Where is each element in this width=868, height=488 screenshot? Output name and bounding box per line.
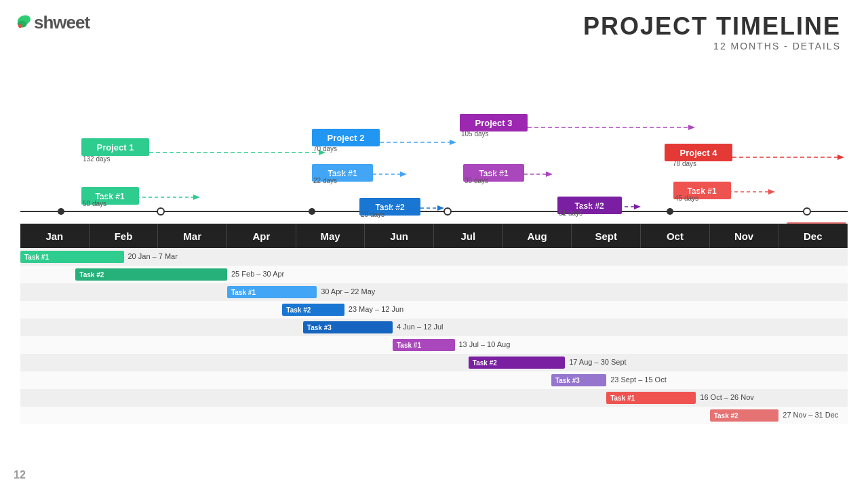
svg-marker-34 xyxy=(400,171,407,177)
date-range-label: 13 Jul – 10 Aug xyxy=(459,340,511,348)
svg-point-2 xyxy=(18,24,22,28)
svg-text:22 days: 22 days xyxy=(313,177,337,184)
header: shweet Project Timeline 12 Months - Deta… xyxy=(0,0,868,52)
table-row: Task #116 Oct – 26 Nov xyxy=(20,389,848,407)
svg-text:132 days: 132 days xyxy=(83,155,111,163)
month-header-jun: Jun xyxy=(365,224,434,248)
gantt-table-container: Task #120 Jan – 7 MarTask #225 Feb – 30 … xyxy=(20,248,848,424)
svg-point-5 xyxy=(157,208,164,215)
task-bar: Task #2 xyxy=(469,357,565,369)
table-row: Task #227 Nov – 31 Dec xyxy=(20,407,848,424)
gantt-table: Task #120 Jan – 7 MarTask #225 Feb – 30 … xyxy=(20,248,848,424)
svg-rect-76 xyxy=(787,222,846,224)
svg-text:50 days: 50 days xyxy=(83,200,106,207)
date-range-label: 27 Nov – 31 Dec xyxy=(783,411,838,419)
bar-cell: Task #120 Jan – 7 Mar xyxy=(20,248,848,266)
bar-cell: Task #225 Feb – 30 Apr xyxy=(20,266,848,283)
bar-cell: Task #130 Apr – 22 May xyxy=(20,283,848,301)
date-range-label: 23 May – 12 Jun xyxy=(349,305,403,313)
svg-point-4 xyxy=(58,208,64,215)
svg-text:20 days: 20 days xyxy=(361,211,384,218)
month-header-sept: Sept xyxy=(572,224,641,248)
svg-point-10 xyxy=(804,208,810,215)
page-number: 12 xyxy=(14,469,26,481)
date-range-label: 25 Feb – 30 Apr xyxy=(231,270,284,278)
svg-marker-19 xyxy=(193,195,200,200)
svg-text:51 days: 51 days xyxy=(559,209,583,217)
main-title: Project Timeline xyxy=(583,12,841,41)
month-header-jan: Jan xyxy=(20,224,90,248)
month-header-nov: Nov xyxy=(710,224,779,248)
subtitle: 12 Months - Details xyxy=(583,41,841,52)
svg-marker-74 xyxy=(768,189,775,195)
svg-text:Project 2: Project 2 xyxy=(328,133,365,143)
month-header-mar: Mar xyxy=(158,224,227,248)
table-row: Task #217 Aug – 30 Sept xyxy=(20,354,848,371)
month-header-jul: Jul xyxy=(434,224,503,248)
task-bar: Task #2 xyxy=(75,268,227,281)
task-bar: Task #1 xyxy=(393,339,455,351)
logo-text: shweet xyxy=(34,12,90,33)
date-range-label: 20 Jan – 7 Mar xyxy=(128,252,178,260)
svg-text:45 days: 45 days xyxy=(675,195,698,202)
bar-cell: Task #323 Sept – 15 Oct xyxy=(20,371,848,389)
month-header-aug: Aug xyxy=(503,224,572,248)
logo-icon xyxy=(14,14,33,33)
svg-marker-67 xyxy=(837,155,844,160)
table-row: Task #223 May – 12 Jun xyxy=(20,301,848,319)
bar-cell: Task #227 Nov – 31 Dec xyxy=(20,407,848,424)
table-row: Task #225 Feb – 30 Apr xyxy=(20,266,848,283)
bar-cell: Task #217 Aug – 30 Sept xyxy=(20,354,848,371)
bar-cell: Task #113 Jul – 10 Aug xyxy=(20,336,848,354)
month-header-apr: Apr xyxy=(227,224,296,248)
title-block: Project Timeline 12 Months - Details xyxy=(583,12,841,52)
month-header-feb: Feb xyxy=(90,224,159,248)
svg-marker-39 xyxy=(437,205,444,211)
svg-marker-59 xyxy=(634,204,641,209)
date-range-label: 30 Apr – 22 May xyxy=(321,287,375,296)
table-row: Task #120 Jan – 7 Mar xyxy=(20,248,848,266)
task-bar: Task #1 xyxy=(227,286,317,298)
date-range-label: 23 Sept – 15 Oct xyxy=(610,375,667,384)
logo: shweet xyxy=(14,12,90,33)
task-bar: Task #3 xyxy=(303,321,393,333)
bar-cell: Task #116 Oct – 26 Nov xyxy=(20,389,848,407)
svg-marker-47 xyxy=(688,125,695,130)
gantt-diagram: 132 days Project 1 Task #1 50 days Task … xyxy=(20,54,848,224)
table-row: Task #130 Apr – 22 May xyxy=(20,283,848,301)
date-range-label: 4 Jun – 12 Jul xyxy=(397,323,443,331)
svg-point-9 xyxy=(667,208,673,215)
svg-point-7 xyxy=(444,208,451,215)
svg-text:Project 1: Project 1 xyxy=(97,142,134,152)
table-row: Task #113 Jul – 10 Aug xyxy=(20,336,848,354)
task-bar: Task #1 xyxy=(20,251,124,263)
month-header-oct: Oct xyxy=(641,224,710,248)
month-header-may: May xyxy=(296,224,366,248)
svg-text:35 days: 35 days xyxy=(465,177,488,184)
svg-marker-27 xyxy=(450,140,456,145)
date-range-label: 17 Aug – 30 Sept xyxy=(569,358,626,366)
table-row: Task #34 Jun – 12 Jul xyxy=(20,319,848,336)
diagram-svg: 132 days Project 1 Task #1 50 days Task … xyxy=(20,54,848,224)
task-bar: Task #3 xyxy=(551,374,606,386)
svg-marker-54 xyxy=(546,171,553,177)
task-bar: Task #2 xyxy=(282,304,344,316)
table-row: Task #323 Sept – 15 Oct xyxy=(20,371,848,389)
month-headers: JanFebMarAprMayJunJulAugSeptOctNovDec xyxy=(20,224,848,248)
svg-text:Project 4: Project 4 xyxy=(680,148,718,158)
svg-text:Project 3: Project 3 xyxy=(475,118,513,128)
svg-point-6 xyxy=(309,208,315,215)
task-bar: Task #2 xyxy=(710,409,779,422)
task-bar: Task #1 xyxy=(606,392,696,404)
month-header-dec: Dec xyxy=(778,224,848,248)
bar-cell: Task #223 May – 12 Jun xyxy=(20,301,848,319)
date-range-label: 16 Oct – 26 Nov xyxy=(700,393,754,401)
bar-cell: Task #34 Jun – 12 Jul xyxy=(20,319,848,336)
